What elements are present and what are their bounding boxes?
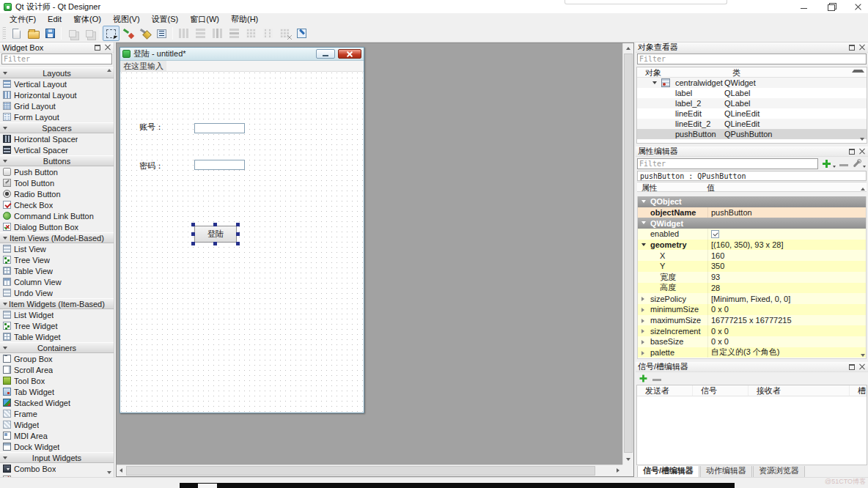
scroll-down-icon[interactable]	[626, 458, 630, 461]
property-filter-input[interactable]	[637, 158, 818, 169]
expand-arrow-icon[interactable]	[641, 308, 644, 312]
widget-box-row[interactable]: Tree View	[0, 254, 114, 265]
widget-box-row[interactable]: Undo View	[0, 287, 114, 298]
object-row[interactable]: lineEdit QLineEdit	[637, 108, 867, 119]
property-row[interactable]: Y 350	[638, 261, 866, 272]
save-form-icon[interactable]	[42, 26, 59, 41]
expand-arrow-icon[interactable]	[641, 200, 646, 203]
expand-arrow-icon[interactable]	[641, 319, 644, 323]
close-icon[interactable]	[854, 3, 862, 11]
object-row[interactable]: lineEdit_2 QLineEdit	[637, 119, 867, 129]
property-table-header[interactable]: 属性 值	[637, 182, 867, 192]
expand-arrow-icon[interactable]	[641, 329, 644, 333]
object-tree-header[interactable]: 对象 类	[637, 67, 867, 78]
connections-column-header[interactable]: 接收者	[749, 385, 850, 396]
edit-signals-slots-mode-icon[interactable]	[119, 26, 136, 41]
scroll-down-icon[interactable]	[107, 471, 111, 474]
property-row[interactable]: sizeIncrement 0 x 0	[638, 325, 866, 336]
menu-view[interactable]: 视图(V)	[107, 13, 146, 26]
widget-box-row[interactable]: Form Layout	[0, 111, 114, 122]
column-value[interactable]: 值	[704, 182, 715, 191]
toolbar-separator[interactable]	[98, 26, 103, 41]
edit-buddies-mode-icon[interactable]	[136, 26, 153, 41]
widget-box-row[interactable]: Tool Button	[0, 177, 114, 188]
widget-box-row[interactable]: Table View	[0, 265, 114, 276]
property-row[interactable]: maximumSize 16777215 x 16777215	[638, 315, 866, 326]
remove-connection-icon[interactable]	[652, 379, 661, 381]
vertical-scrollbar-thumb[interactable]	[624, 53, 633, 453]
expand-arrow-icon[interactable]	[641, 351, 644, 355]
widget-box-row[interactable]: Layouts	[0, 67, 114, 78]
expand-arrow-icon[interactable]	[641, 221, 646, 224]
column-object[interactable]: 对象	[637, 67, 661, 77]
layout-grid-icon[interactable]	[243, 26, 260, 41]
add-connection-icon[interactable]	[639, 374, 648, 383]
scroll-up-icon[interactable]	[107, 69, 111, 72]
widget-box-row[interactable]: Radio Button	[0, 188, 114, 199]
object-row[interactable]: label QLabel	[637, 88, 867, 98]
configure-property-editor-icon[interactable]	[852, 159, 861, 169]
minimize-icon[interactable]	[800, 3, 808, 11]
new-form-icon[interactable]	[8, 26, 25, 41]
object-row[interactable]: label_2 QLabel	[637, 98, 867, 108]
widget-box-row[interactable]: Item Views (Model-Based)	[0, 232, 114, 243]
widget-box-row[interactable]: Stacked Widget	[0, 397, 114, 408]
widget-box-row[interactable]: Tab Widget	[0, 386, 114, 397]
adjust-size-icon[interactable]	[293, 26, 310, 41]
menu-type-here-placeholder[interactable]: 在这里输入	[120, 61, 166, 71]
widget-box-row[interactable]: Dialog Button Box	[0, 221, 114, 232]
property-row[interactable]: QObject	[638, 196, 866, 207]
remove-dynamic-property-icon[interactable]	[839, 164, 848, 166]
password-lineedit[interactable]	[194, 160, 245, 170]
property-row[interactable]: objectName pushButton	[638, 207, 866, 218]
mdi-vertical-scrollbar[interactable]	[622, 43, 633, 465]
maximize-icon[interactable]	[827, 3, 835, 11]
toolbar-separator[interactable]	[59, 26, 64, 41]
widget-box-row[interactable]: Horizontal Layout	[0, 89, 114, 100]
widget-box-row[interactable]: Push Button	[0, 166, 114, 177]
widget-box-row[interactable]: Input Widgets	[0, 452, 114, 463]
form-window-titlebar[interactable]: 登陆 - untitled*	[120, 48, 364, 61]
horizontal-scrollbar-thumb[interactable]	[126, 466, 595, 476]
menu-settings[interactable]: 设置(S)	[146, 13, 185, 26]
widget-box-row[interactable]: Widget	[0, 419, 114, 430]
scroll-up-icon[interactable]	[861, 188, 865, 191]
widget-box-row[interactable]: Combo Box	[0, 463, 114, 474]
menu-help[interactable]: 帮助(H)	[225, 13, 264, 26]
close-panel-icon[interactable]	[858, 44, 866, 51]
password-label[interactable]: 密码：	[139, 160, 163, 171]
scroll-right-icon[interactable]	[617, 468, 619, 473]
column-class[interactable]: 类	[724, 67, 740, 78]
widget-box-row[interactable]: Horizontal Spacer	[0, 133, 114, 144]
widget-box-row[interactable]: Command Link Button	[0, 210, 114, 221]
property-row[interactable]: X 160	[638, 250, 866, 261]
layout-horizontally-icon[interactable]	[175, 26, 192, 41]
edit-widgets-mode-icon[interactable]	[103, 26, 119, 41]
widget-box-row[interactable]: Buttons	[0, 155, 114, 166]
widget-box-row[interactable]: Frame	[0, 408, 114, 419]
form-close-icon[interactable]	[338, 49, 361, 59]
login-pushbutton[interactable]: 登陆	[194, 226, 237, 243]
edit-tab-order-mode-icon[interactable]	[153, 26, 170, 41]
column-property[interactable]: 属性	[637, 182, 704, 191]
menu-edit[interactable]: Edit	[42, 14, 67, 24]
scroll-down-icon[interactable]	[861, 354, 865, 357]
form-canvas[interactable]: 账号： 密码： 登陆	[120, 72, 364, 413]
float-panel-icon[interactable]	[848, 148, 856, 155]
expand-arrow-icon[interactable]	[641, 340, 644, 344]
object-row[interactable]: pushButton QPushButton	[637, 129, 867, 139]
float-panel-icon[interactable]	[94, 44, 101, 51]
property-row[interactable]: enabled	[638, 229, 866, 240]
toolbar-separator[interactable]	[170, 26, 175, 41]
float-panel-icon[interactable]	[848, 363, 856, 371]
widget-box-row[interactable]: Check Box	[0, 199, 114, 210]
break-layout-icon[interactable]	[276, 26, 293, 41]
form-minimize-icon[interactable]	[316, 49, 335, 59]
expand-arrow-icon[interactable]	[641, 297, 644, 301]
widget-box-filter-input[interactable]	[1, 53, 112, 64]
enabled-checkbox[interactable]	[711, 230, 719, 238]
scroll-up-icon[interactable]	[626, 47, 630, 50]
widget-box-row[interactable]: Vertical Spacer	[0, 144, 114, 155]
property-row[interactable]: sizePolicy [Minimum, Fixed, 0, 0]	[638, 293, 866, 304]
property-row[interactable]: 宽度 93	[638, 272, 866, 283]
